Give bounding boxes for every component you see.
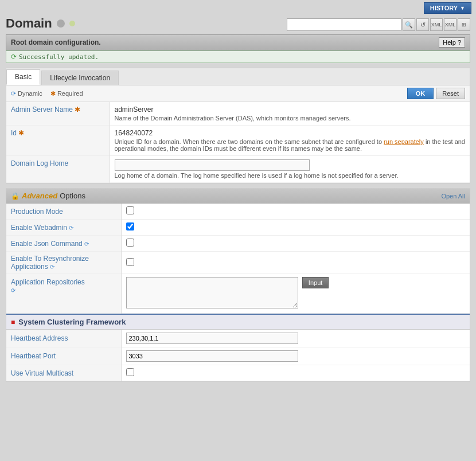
admin-server-name-label: Admin Server Name ✱ xyxy=(6,102,110,126)
sync-icon: ⟳ xyxy=(11,287,15,294)
tab-basic[interactable]: Basic xyxy=(6,69,40,85)
heartbeat-address-input[interactable] xyxy=(126,333,298,344)
enable-resynchronize-checkbox[interactable] xyxy=(126,258,134,266)
use-virtual-multicast-checkbox[interactable] xyxy=(126,368,134,376)
admin-server-name-value: adminServer xyxy=(115,106,466,114)
advanced-title: 🔒 Advanced Options xyxy=(11,192,85,200)
domain-log-home-label: Domain Log Home xyxy=(6,156,110,183)
open-all-link[interactable]: Open All xyxy=(441,193,465,200)
xml2-button[interactable]: XML xyxy=(444,18,457,31)
status-dot-green xyxy=(69,21,75,26)
dynamic-label: Dynamic xyxy=(18,90,42,97)
cluster-icon: ■ xyxy=(11,318,15,326)
xml-button[interactable]: XML xyxy=(430,18,443,31)
refresh-button[interactable]: ↺ xyxy=(416,18,429,31)
clustering-title: System Clustering Framework xyxy=(18,318,126,326)
admin-server-name-value-cell: adminServer Name of the Domain Administr… xyxy=(110,102,470,126)
heartbeat-port-input[interactable] xyxy=(126,350,298,362)
action-buttons: OK Reset xyxy=(407,88,465,99)
heartbeat-port-label: Heartbeat Port xyxy=(6,347,121,365)
id-label: Id ✱ xyxy=(6,126,110,156)
search-button[interactable]: 🔍 xyxy=(403,18,415,31)
advanced-italic: Advanced xyxy=(22,192,57,200)
history-dropdown-arrow: ▼ xyxy=(460,5,465,11)
heartbeat-address-value xyxy=(121,330,470,347)
title-text: Domain xyxy=(6,16,52,31)
table-row: Id ✱ 1648240072 Unique ID for a domain. … xyxy=(6,126,470,156)
textarea-wrap xyxy=(126,277,298,310)
tab-lifecycle-invocation[interactable]: Lifecycle Invocation xyxy=(41,71,119,85)
main-content-panel: Basic Lifecycle Invocation ⟳ Dynamic ✱ R… xyxy=(6,68,470,183)
clustering-form-table: Heartbeat Address Heartbeat Port Use Vir… xyxy=(6,330,470,381)
domain-log-home-input[interactable] xyxy=(115,159,310,171)
page-title: Domain xyxy=(6,16,75,31)
success-icon: ⟳ xyxy=(11,53,17,61)
table-row: Enable Webadmin ⟳ xyxy=(6,220,470,236)
dynamic-info: ⟳ Dynamic ✱ Required xyxy=(11,90,83,97)
table-row: Enable To ResynchronizeApplications ⟳ xyxy=(6,252,470,274)
app-repositories-input-button[interactable]: Input xyxy=(302,277,329,288)
table-row: Enable Json Command ⟳ xyxy=(6,236,470,252)
use-virtual-multicast-label: Use Virtual Multicast xyxy=(6,365,121,381)
history-label: HISTORY xyxy=(430,5,458,11)
status-dot-gray xyxy=(57,19,65,28)
help-button[interactable]: Help ? xyxy=(439,37,465,48)
sync-icon: ⟳ xyxy=(84,241,89,247)
table-row: Admin Server Name ✱ adminServer Name of … xyxy=(6,102,470,126)
required-star: ✱ xyxy=(18,129,24,137)
run-separate-link[interactable]: run separately xyxy=(384,138,424,145)
lock-icon: 🔒 xyxy=(11,192,19,200)
table-row: Use Virtual Multicast xyxy=(6,365,470,381)
enable-webadmin-checkbox[interactable] xyxy=(126,222,134,230)
id-value: 1648240072 xyxy=(115,129,466,137)
reset-button[interactable]: Reset xyxy=(436,88,465,99)
enable-json-command-label: Enable Json Command ⟳ xyxy=(6,236,121,252)
production-mode-checkbox[interactable] xyxy=(126,206,134,214)
advanced-form-table: Production Mode Enable Webadmin ⟳ xyxy=(6,204,470,314)
search-input[interactable] xyxy=(287,18,401,31)
config-title: Root domain configuration. xyxy=(11,38,101,46)
table-row: Application Repositories ⟳ Input xyxy=(6,274,470,314)
required-star: ✱ xyxy=(75,106,80,114)
table-row: Domain Log Home Log home of a domain. Th… xyxy=(6,156,470,183)
history-button[interactable]: HISTORY ▼ xyxy=(424,2,471,14)
enable-resynchronize-label: Enable To ResynchronizeApplications ⟳ xyxy=(6,252,121,274)
success-bar: ⟳ Successfully updated. xyxy=(6,50,470,63)
form-table: Admin Server Name ✱ adminServer Name of … xyxy=(6,102,470,183)
tab-bar: Basic Lifecycle Invocation xyxy=(6,68,470,85)
config-banner: Root domain configuration. Help ? xyxy=(6,34,470,50)
export-button[interactable]: ⊞ xyxy=(458,18,470,31)
production-mode-value xyxy=(121,204,470,220)
enable-resynchronize-value xyxy=(121,252,470,274)
advanced-header: 🔒 Advanced Options Open All xyxy=(6,189,470,204)
sync-icon: ⟳ xyxy=(69,225,73,231)
sync-icon: ⟳ xyxy=(50,264,54,270)
app-repositories-value: Input xyxy=(121,274,470,314)
app-repositories-textarea[interactable] xyxy=(126,277,298,308)
required-label: Required xyxy=(57,90,83,97)
success-message: Successfully updated. xyxy=(19,53,99,61)
app-repositories-label: Application Repositories ⟳ xyxy=(6,274,121,314)
ok-button[interactable]: OK xyxy=(407,88,434,99)
dynamic-indicator: ⟳ Dynamic xyxy=(11,90,42,97)
advanced-options-text: Options xyxy=(60,192,85,200)
heartbeat-port-value xyxy=(121,347,470,365)
domain-log-home-value-cell: Log home of a domain. The log home speci… xyxy=(110,156,470,183)
table-row: Production Mode xyxy=(6,204,470,220)
dynamic-required-bar: ⟳ Dynamic ✱ Required OK Reset xyxy=(6,85,470,102)
top-bar: HISTORY ▼ xyxy=(0,0,476,16)
enable-webadmin-value xyxy=(121,220,470,236)
enable-json-command-value xyxy=(121,236,470,252)
enable-webadmin-label: Enable Webadmin ⟳ xyxy=(6,220,121,236)
admin-server-name-desc: Name of the Domain Administration Server… xyxy=(115,115,466,122)
required-indicator: ✱ Required xyxy=(50,90,83,97)
advanced-options-section: 🔒 Advanced Options Open All Production M… xyxy=(6,188,470,382)
header-section: Domain 🔍 ↺ XML XML ⊞ xyxy=(0,16,476,34)
id-desc: Unique ID for a domain. When there are t… xyxy=(115,138,466,152)
heartbeat-address-label: Heartbeat Address xyxy=(6,330,121,347)
table-row: Heartbeat Address xyxy=(6,330,470,347)
use-virtual-multicast-value xyxy=(121,365,470,381)
clustering-header: ■ System Clustering Framework xyxy=(6,314,470,330)
dynamic-icon: ⟳ xyxy=(11,90,16,97)
enable-json-command-checkbox[interactable] xyxy=(126,239,134,247)
